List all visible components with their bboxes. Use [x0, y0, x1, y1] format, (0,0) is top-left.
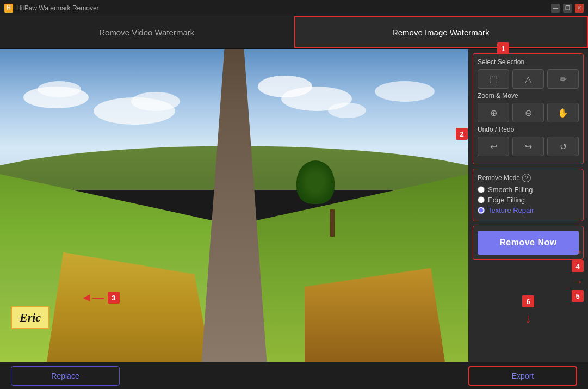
- arrow-5-icon: →: [572, 275, 584, 289]
- badge-5: 5: [572, 290, 584, 302]
- texture-repair-label: Texture Repair: [488, 206, 534, 214]
- edge-filling-option[interactable]: Edge Filling: [478, 196, 579, 204]
- zoom-section-label: Zoom & Move: [478, 92, 579, 100]
- tool-section: Select Selection ⬚ △ ✏ Zoom & Move ⊕ ⊖: [473, 53, 584, 164]
- title-bar-left: H HitPaw Watermark Remover: [4, 4, 99, 13]
- mode-section-label: Remove Mode: [478, 174, 520, 182]
- tab-image[interactable]: Remove Image Watermark: [294, 16, 589, 48]
- zoom-in-tool[interactable]: ⊕: [478, 103, 509, 122]
- badge-6-area: 6 ↓: [522, 295, 534, 326]
- zoom-tool-row: ⊕ ⊖ ✋: [478, 103, 579, 122]
- reset-tool[interactable]: ↺: [547, 137, 579, 156]
- select-tool-row: ⬚ △ ✏: [478, 69, 579, 89]
- badge-3-area: ◄— 3: [81, 292, 120, 304]
- mode-help-icon[interactable]: ?: [522, 174, 531, 182]
- badge-3: 3: [108, 292, 120, 304]
- edge-filling-radio[interactable]: [478, 196, 485, 203]
- replace-button[interactable]: Replace: [11, 366, 120, 386]
- arrow-4-icon: →: [572, 245, 584, 259]
- badge-4: 4: [572, 260, 584, 272]
- pan-tool[interactable]: ✋: [547, 103, 579, 122]
- poly-select-tool[interactable]: △: [512, 69, 544, 89]
- brush-select-tool[interactable]: ✏: [547, 69, 579, 89]
- brush-select-icon: ✏: [560, 74, 567, 84]
- remove-button-section: Remove Now: [473, 226, 584, 260]
- badge-1: 1: [497, 42, 509, 54]
- badge-5-area: → 5: [572, 275, 584, 302]
- image-panel: Eric 2 ◄— 3: [0, 49, 468, 362]
- app-icon: H: [4, 4, 13, 13]
- app-title: HitPaw Watermark Remover: [16, 4, 99, 12]
- smooth-filling-label: Smooth Filling: [488, 186, 533, 194]
- badge-4-area: → 4: [572, 245, 584, 272]
- arrow-down-6-icon: ↓: [522, 311, 534, 326]
- rect-select-icon: ⬚: [490, 74, 498, 84]
- window-controls[interactable]: — ❐ ✕: [551, 4, 584, 13]
- watermark-text: Eric: [11, 306, 49, 329]
- rect-select-tool[interactable]: ⬚: [478, 69, 509, 89]
- zoom-out-icon: ⊖: [525, 108, 532, 118]
- undo-tool-row: ↩ ↪ ↺: [478, 137, 579, 156]
- badge-6-number: 6: [522, 295, 534, 308]
- smooth-filling-radio[interactable]: [478, 186, 485, 193]
- undo-icon: ↩: [490, 141, 497, 152]
- landscape-image: Eric: [0, 49, 468, 362]
- smooth-filling-option[interactable]: Smooth Filling: [478, 186, 579, 194]
- spacer-area: 6 ↓: [473, 264, 584, 357]
- minimize-button[interactable]: —: [551, 4, 560, 13]
- bottom-bar: Replace Export: [0, 362, 588, 389]
- tab-bar: Remove Video Watermark Remove Image Wate…: [0, 16, 588, 49]
- close-button[interactable]: ✕: [575, 4, 584, 13]
- undo-section-label: Undo / Redo: [478, 126, 579, 133]
- restore-button[interactable]: ❐: [563, 4, 572, 13]
- arrow-3-icon: ◄—: [81, 292, 104, 304]
- undo-tool[interactable]: ↩: [478, 137, 509, 156]
- tab-video[interactable]: Remove Video Watermark: [0, 16, 294, 48]
- poly-select-icon: △: [525, 74, 531, 84]
- main-content: Eric 2 ◄— 3 Select Selection ⬚ △: [0, 49, 588, 362]
- tree: [313, 166, 351, 237]
- remove-now-button[interactable]: Remove Now: [478, 231, 579, 255]
- redo-icon: ↪: [525, 141, 532, 152]
- zoom-out-tool[interactable]: ⊖: [512, 103, 544, 122]
- edge-filling-label: Edge Filling: [488, 196, 525, 204]
- export-button[interactable]: Export: [468, 366, 577, 386]
- redo-tool[interactable]: ↪: [512, 137, 544, 156]
- tree-trunk: [330, 209, 335, 237]
- right-panel: Select Selection ⬚ △ ✏ Zoom & Move ⊕ ⊖: [468, 49, 588, 362]
- title-bar: H HitPaw Watermark Remover — ❐ ✕: [0, 0, 588, 16]
- texture-repair-option[interactable]: Texture Repair: [478, 206, 579, 214]
- pan-icon: ✋: [558, 108, 568, 118]
- texture-repair-radio[interactable]: [478, 207, 485, 214]
- reset-icon: ↺: [560, 141, 567, 152]
- select-section-label: Select Selection: [478, 58, 579, 66]
- zoom-in-icon: ⊕: [490, 108, 497, 118]
- mode-section: Remove Mode ? Smooth Filling Edge Fillin…: [473, 169, 584, 221]
- tree-foliage: [296, 160, 335, 204]
- badge-2: 2: [456, 128, 468, 140]
